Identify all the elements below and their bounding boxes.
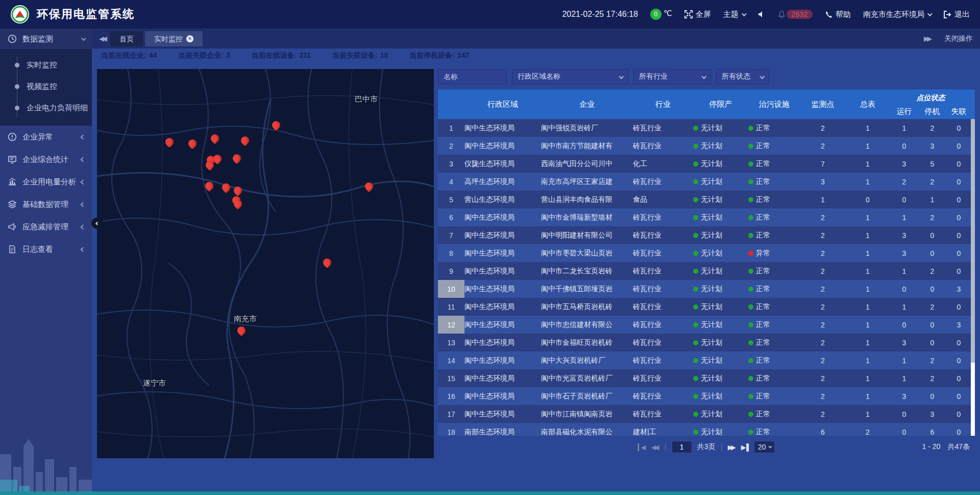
table-row[interactable]: 4 高坪生态环境局 南充市高坪区王家店建 砖瓦行业 无计划 正常 3 1 2 2… [438,173,975,191]
table-row[interactable]: 8 阆中生态环境局 阆中市枣碧大梁山页岩 砖瓦行业 无计划 异常 2 1 3 0… [438,244,975,262]
table-row[interactable]: 14 阆中生态环境局 阆中大兴页岩机砖厂 砖瓦行业 无计划 正常 2 1 1 2… [438,351,975,369]
close-actions-dropdown[interactable]: 关闭操作 [944,34,973,43]
tabs-scroll-right-icon[interactable]: ▶▶ [924,35,930,42]
table-row[interactable]: 10 阆中生态环境局 阆中千佛镇五郎垭页岩 砖瓦行业 无计划 正常 2 1 0 … [438,280,975,298]
tab-realtime-monitor[interactable]: 实时监控 ✕ [145,31,203,46]
table-row[interactable]: 5 营山生态环境局 营山县润丰肉食品有限 食品 无计划 正常 1 0 0 1 0 [438,191,975,208]
map-marker-pin[interactable] [233,186,242,196]
name-filter-input[interactable] [438,69,507,84]
last-page-button[interactable]: ▶▐ [741,443,749,451]
row-points-cell: 2 [800,208,845,226]
scrollbar-track [971,363,975,436]
map-marker-pin[interactable] [233,200,242,209]
row-region-cell: 营山生态环境局 [464,191,541,208]
sidebar-collapse-button[interactable] [91,218,103,229]
region-filter-select[interactable]: 行政区域名称 [512,69,628,84]
status-dot [693,376,698,381]
row-index-cell: 5 [438,191,464,208]
prev-page-button[interactable]: ◀◀ [651,443,659,451]
first-page-button[interactable]: ▎◀ [638,443,646,451]
row-points-cell: 2 [800,298,845,316]
tabs-scroll-left-icon[interactable]: ◀◀ [99,35,105,42]
sidebar-item-emergency-reduction[interactable]: 应急减排管理 [0,216,92,238]
sidebar-item-log-view[interactable]: 日志查看 [0,238,92,261]
filter-row: 行政区域名称 所有行业 所有状态 [438,69,975,84]
sidebar-item-power-load-detail[interactable]: 企业电力负荷明细 [0,97,92,119]
table-row[interactable]: 9 阆中生态环境局 阆中市二龙长宝页岩砖 砖瓦行业 无计划 正常 2 1 1 2… [438,262,975,280]
sidebar-item-enterprise-statistics[interactable]: 企业综合统计 [0,148,92,171]
table-row[interactable]: 11 阆中生态环境局 阆中市五马桥页岩机砖 砖瓦行业 无计划 正常 2 1 1 … [438,298,975,316]
table-row[interactable]: 18 南部生态环境局 南部县磁化水泥有限公 建材|工 无计划 正常 6 2 0 … [438,423,975,436]
close-icon[interactable]: ✕ [186,35,193,42]
map-marker-pin[interactable] [205,182,214,191]
fullscreen-icon [684,10,693,18]
map-marker-pin[interactable] [364,182,374,192]
map-marker-pin[interactable] [222,183,231,193]
logout-icon [943,11,951,18]
table-row[interactable]: 6 阆中生态环境局 阆中市金博瑞新型墙材 砖瓦行业 无计划 正常 2 1 1 2… [438,208,975,226]
city-skyline-decoration [0,418,92,495]
theme-dropdown[interactable]: 主题 [723,10,745,19]
stat-online-devices: 当前在线设备:211 [252,51,311,60]
theme-label: 主题 [723,10,739,19]
chevron-left-icon [81,157,86,162]
map-panel[interactable]: 巴中市南充市遂宁市 [97,69,434,458]
row-lost-cell: 0 [946,369,971,387]
map-marker-pin[interactable] [240,136,250,146]
table-row[interactable]: 2 阆中生态环境局 阆中市南方节能建材有 砖瓦行业 无计划 正常 2 1 0 3… [438,137,975,155]
map-marker-pin[interactable] [210,134,219,144]
scrollbar-thumb[interactable] [971,119,975,363]
map-marker-pin[interactable] [165,138,174,147]
page-number-input[interactable] [672,441,692,453]
org-dropdown[interactable]: 南充市生态环境局 [863,10,931,19]
row-region-cell: 阆中生态环境局 [464,137,541,155]
next-page-button[interactable]: ▶▶ [728,443,736,451]
page-size-select[interactable]: 20 [754,441,775,453]
speaker-muted-icon[interactable] [757,10,766,18]
row-facility-cell: 正常 [748,173,800,191]
table-row[interactable]: 17 阆中生态环境局 阆中市江南镇阆南页岩 砖瓦行业 无计划 正常 2 1 0 … [438,405,975,423]
row-facility-cell: 正常 [748,423,800,436]
industry-filter-select[interactable]: 所有行业 [633,69,711,84]
table-row[interactable]: 12 阆中生态环境局 阆中市忠信建材有限公 砖瓦行业 无计划 正常 2 1 0 … [438,316,975,334]
map-marker-pin[interactable] [205,161,214,170]
row-facility-cell: 正常 [748,155,800,173]
row-production-cell: 无计划 [693,244,748,262]
help-button[interactable]: 帮助 [825,10,851,19]
row-production-cell: 无计划 [693,334,748,351]
notifications[interactable]: 2632 [778,10,813,19]
sidebar-item-power-analysis[interactable]: 企业用电量分析 [0,171,92,193]
tab-home[interactable]: 首页 [110,31,143,46]
row-company-cell: 阆中市石子页岩机砖厂 [541,387,633,405]
row-index-cell: 7 [438,226,464,244]
sidebar-item-enterprise-abnormal[interactable]: 企业异常 [0,126,92,148]
logout-button[interactable]: 退出 [943,10,970,19]
sidebar-item-realtime-monitor[interactable]: 实时监控 [0,54,92,76]
map-marker-pin[interactable] [232,154,241,163]
row-running-cell: 0 [890,405,918,423]
table-row[interactable]: 13 阆中生态环境局 阆中市金福旺页岩机砖 砖瓦行业 无计划 正常 2 1 3 … [438,334,975,351]
table-row[interactable]: 3 仪陇生态环境局 西南油气田分公司川中 化工 无计划 正常 7 1 3 5 0 [438,155,975,173]
row-lost-cell: 0 [946,208,971,226]
map-marker-pin[interactable] [323,258,332,268]
status-filter-select[interactable]: 所有状态 [716,69,769,84]
table-row[interactable]: 15 阆中生态环境局 阆中市光富页岩机砖厂 砖瓦行业 无计划 正常 2 1 1 … [438,369,975,387]
map-marker-pin[interactable] [188,139,197,149]
row-region-cell: 阆中生态环境局 [464,334,541,351]
sidebar-item-video-monitor[interactable]: 视频监控 [0,76,92,97]
row-industry-cell: 建材|工 [633,423,693,436]
row-index-cell: 14 [438,351,464,369]
temperature-unit: ℃ [664,9,672,18]
sidebar-group-data-monitor[interactable]: 数据监测 [0,29,92,49]
table-row[interactable]: 1 阆中生态环境局 阆中强锐页岩砖厂 砖瓦行业 无计划 正常 2 1 1 2 0 [438,119,975,137]
map-marker-pin[interactable] [272,121,281,130]
fullscreen-button[interactable]: 全屏 [684,10,711,19]
table-row[interactable]: 16 阆中生态环境局 阆中市石子页岩机砖厂 砖瓦行业 无计划 正常 2 1 3 … [438,387,975,405]
layers-icon [7,199,17,209]
region-filter-value: 行政区域名称 [518,72,560,81]
status-dot [693,251,698,256]
table-row[interactable]: 7 阆中生态环境局 阆中明阳建材有限公司 砖瓦行业 无计划 正常 2 1 3 0… [438,226,975,244]
sidebar-item-base-data[interactable]: 基础数据管理 [0,193,92,216]
table-scrollbar[interactable] [971,119,975,436]
map-marker-pin[interactable] [237,326,246,336]
